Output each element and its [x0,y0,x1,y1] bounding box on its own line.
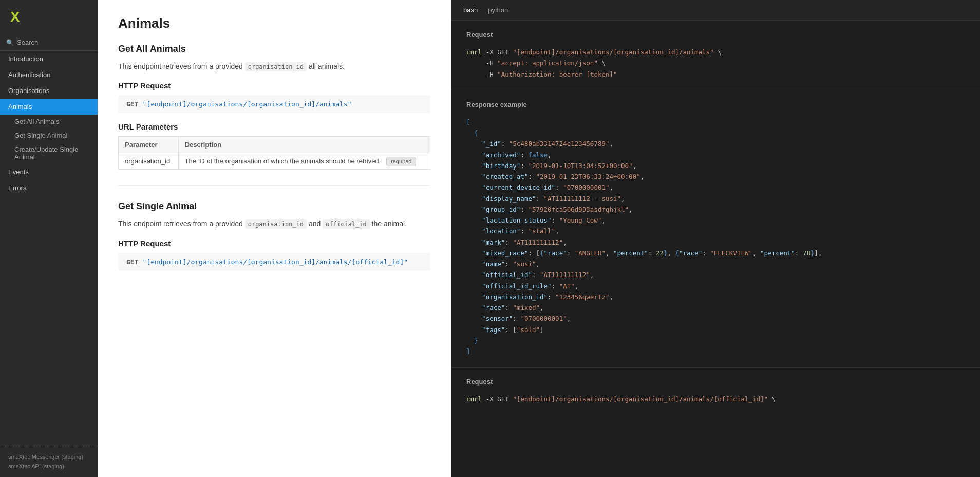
description-code-org-id: organisation_id [245,62,307,71]
section-get-single-animal-title: Get Single Animal [118,201,430,212]
http-get-line-1: GET"[endpoint]/organisations/[organisati… [118,95,430,113]
table-cell-param-description: The ID of the organisation of which the … [178,153,430,170]
search-icon: 🔍 [6,39,14,46]
table-row: organisation_id The ID of the organisati… [119,153,430,170]
badge-required: required [386,157,416,166]
sidebar-nav: Introduction Authentication Organisation… [0,51,98,446]
sidebar-item-events[interactable]: Events [0,164,98,180]
single-animal-desc-middle: and [309,219,321,228]
url-params-table-1: Parameter Description organisation_id Th… [118,136,430,170]
right-request-section-1: Request curl -X GET "[endpoint]/organisa… [451,21,980,90]
param-description-text: The ID of the organisation of which the … [185,157,381,165]
sidebar-footer-link-messenger[interactable]: smaXtec Messenger (staging) [8,452,89,462]
right-response-section-1: Response example [ { "_id": "5c480ab3314… [451,90,980,368]
table-header-description: Description [178,137,430,153]
right-request-label-1: Request [466,31,965,39]
right-panel-tabs: bash python [451,0,980,21]
http-request-label-2: HTTP Request [118,239,430,248]
page-title: Animals [118,15,430,31]
http-url-2: "[endpoint]/organisations/[organisation_… [142,258,408,266]
http-method-1: GET [126,100,138,108]
brand-logo-icon: X [8,6,29,27]
right-request-section-2: Request curl -X GET "[endpoint]/organisa… [451,368,980,415]
section-get-single-animal-description: This endpoint retrieves from a provided … [118,218,430,229]
sidebar-logo: X [0,0,98,34]
single-animal-desc-after: the animal. [372,219,407,228]
table-header-param: Parameter [119,137,179,153]
sidebar-item-introduction[interactable]: Introduction [0,51,98,67]
http-url-1: "[endpoint]/organisations/[organisation_… [142,100,351,108]
description-text-after: all animals. [309,62,345,70]
sidebar: X 🔍 Introduction Authentication Organisa… [0,0,98,477]
sidebar-search-bar[interactable]: 🔍 [0,34,98,51]
right-response-label-1: Response example [466,101,965,108]
section-divider [118,185,430,186]
main-content: Animals Get All Animals This endpoint re… [98,0,451,477]
sidebar-item-authentication[interactable]: Authentication [0,67,98,83]
sidebar-subitem-get-all-animals[interactable]: Get All Animals [0,115,98,129]
tab-bash[interactable]: bash [461,5,480,15]
section-get-all-animals-title: Get All Animals [118,44,430,54]
single-animal-code-org-id: organisation_id [245,219,307,229]
sidebar-item-animals[interactable]: Animals [0,99,98,115]
right-request-code-1: curl -X GET "[endpoint]/organisations/[o… [466,47,965,80]
http-get-line-2: GET"[endpoint]/organisations/[organisati… [118,253,430,271]
sidebar-item-errors[interactable]: Errors [0,180,98,196]
right-panel: bash python Request curl -X GET "[endpoi… [451,0,980,477]
right-request-label-2: Request [466,378,965,386]
table-cell-param-name: organisation_id [119,153,179,170]
tab-python[interactable]: python [486,5,510,15]
sidebar-subitem-create-update-animal[interactable]: Create/Update Single Animal [0,142,98,164]
single-animal-code-official-id: official_id [323,219,369,229]
search-input[interactable] [17,39,91,46]
url-params-title-1: URL Parameters [118,122,430,131]
sidebar-item-organisations[interactable]: Organisations [0,83,98,99]
section-get-all-animals-description: This endpoint retrieves from a provided … [118,61,430,72]
sidebar-footer-link-api[interactable]: smaXtec API (staging) [8,462,89,471]
http-request-label-1: HTTP Request [118,81,430,90]
single-animal-desc-before: This endpoint retrieves from a provided [118,219,243,228]
svg-text:X: X [10,9,20,25]
right-request-code-2: curl -X GET "[endpoint]/organisations/[o… [466,394,965,405]
sidebar-subitem-get-single-animal[interactable]: Get Single Animal [0,129,98,142]
http-method-2: GET [126,258,138,266]
right-response-code-1: [ { "_id": "5c480ab3314724e123456789", "… [466,117,965,357]
sidebar-footer: smaXtec Messenger (staging) smaXtec API … [0,446,98,477]
description-text-before: This endpoint retrieves from a provided [118,62,243,70]
